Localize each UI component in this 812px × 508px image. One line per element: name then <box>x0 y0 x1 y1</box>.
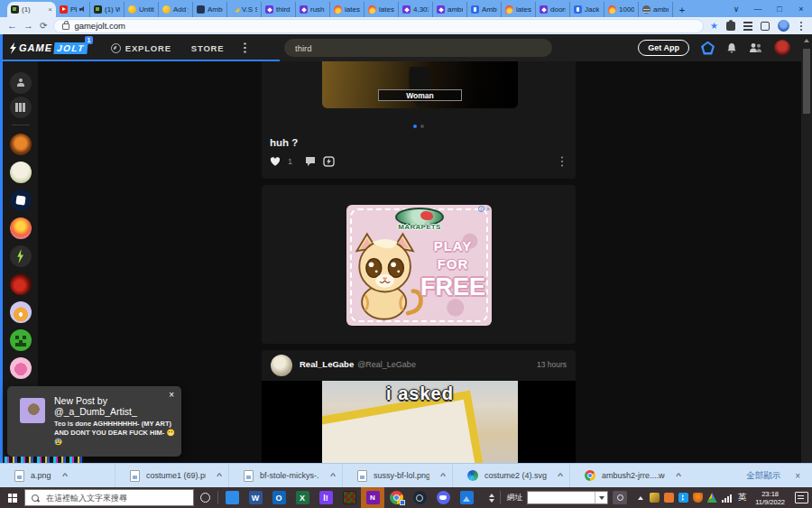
sidebar-following-button[interactable] <box>10 72 32 94</box>
browser-tab[interactable]: doors <box>536 2 570 17</box>
tray-security-icon[interactable] <box>650 493 660 503</box>
reading-list-icon[interactable] <box>743 22 752 31</box>
download-item[interactable]: a.png^ <box>0 464 115 487</box>
bell-icon[interactable] <box>726 42 737 54</box>
sidebar-library-button[interactable] <box>10 97 32 118</box>
download-item[interactable]: costume2 (4).svg^ <box>453 464 570 487</box>
image-caption-label[interactable]: Woman <box>378 89 462 101</box>
taskbar-app-outlook[interactable]: O <box>267 487 291 508</box>
nav-explore[interactable]: EXPLORE <box>111 43 171 53</box>
gamejolt-logo[interactable]: GAME JOLT 1 <box>9 42 88 54</box>
adchoices-info-icon[interactable]: i <box>478 206 484 212</box>
new-tab-button[interactable]: + <box>673 2 691 17</box>
post-menu-icon[interactable] <box>561 161 564 163</box>
taskbar-app-discord[interactable] <box>431 487 455 508</box>
sidebar-avatar-creeper[interactable] <box>10 329 32 351</box>
show-all-downloads-link[interactable]: 全部顯示 <box>746 470 780 482</box>
browser-tab[interactable]: Ambu <box>193 2 227 17</box>
taskbar-app-word[interactable]: W <box>244 487 267 508</box>
browser-tab[interactable]: latest <box>502 2 536 17</box>
friends-icon[interactable] <box>749 42 762 53</box>
sidebar-avatar-baldi[interactable] <box>10 162 32 183</box>
extensions-icon[interactable] <box>726 22 735 31</box>
carousel-dot-active[interactable] <box>413 125 417 128</box>
minimize-button[interactable]: — <box>747 0 769 17</box>
tray-drive-icon[interactable] <box>707 493 717 503</box>
download-item[interactable]: bf-stole-mickys-....png^ <box>229 464 343 487</box>
sidebar-avatar-lightning[interactable] <box>10 245 32 267</box>
sidebar-avatar-fire-character[interactable] <box>10 217 32 239</box>
url-text[interactable]: gamejolt.com <box>74 21 125 31</box>
site-search-input[interactable] <box>284 39 552 57</box>
gamejolt-charge-icon[interactable] <box>323 156 335 167</box>
download-caret-icon[interactable]: ^ <box>62 473 68 479</box>
download-item[interactable]: ambush2-jrre....webp^ <box>570 464 687 487</box>
tab-audio-icon[interactable] <box>79 6 86 13</box>
network-signal-icon[interactable] <box>722 494 732 503</box>
tab-close-icon[interactable]: × <box>48 5 52 14</box>
scrollbar-thumb[interactable] <box>803 49 810 114</box>
browser-tab[interactable]: Jack <box>570 2 604 17</box>
marapets-ad[interactable]: i × MARAPETS <box>346 205 492 326</box>
bluetooth-icon[interactable] <box>678 493 688 503</box>
download-caret-icon[interactable]: ^ <box>217 473 222 479</box>
taskbar-app-steam[interactable] <box>408 487 431 508</box>
post-media-image[interactable]: Woman <box>322 61 518 108</box>
download-caret-icon[interactable]: ^ <box>330 473 336 479</box>
browser-tab[interactable]: rush f <box>296 2 330 17</box>
sidebar-avatar-orange-cat[interactable] <box>10 301 32 323</box>
browser-tab[interactable]: (1) Wi <box>90 2 125 17</box>
quests-icon[interactable] <box>701 42 715 55</box>
taskbar-app-store[interactable] <box>220 487 244 508</box>
browser-tab[interactable]: Ambu <box>467 2 502 17</box>
browser-tab[interactable]: 4,303 <box>399 2 433 17</box>
notification-toast[interactable]: × New Post by @_a_Dumb_Artist_ Teo is do… <box>7 386 181 457</box>
download-caret-icon[interactable]: ^ <box>676 473 681 479</box>
taskbar-app-game[interactable] <box>337 487 361 508</box>
browser-menu-icon[interactable] <box>800 25 802 27</box>
download-item[interactable]: sussy-bf-lol.png^ <box>343 464 453 487</box>
nav-more-icon[interactable] <box>244 47 246 50</box>
address-combobox[interactable] <box>527 491 608 504</box>
maximize-button[interactable]: □ <box>769 0 790 17</box>
taskbar-app-purple[interactable]: l! <box>314 487 337 508</box>
like-heart-icon[interactable] <box>270 156 281 167</box>
browser-tab[interactable]: 1000 <box>604 2 639 17</box>
carousel-dot[interactable] <box>420 125 424 128</box>
sidebar-avatar-demon[interactable] <box>10 273 32 295</box>
browser-tab[interactable]: latest <box>364 2 399 17</box>
download-caret-icon[interactable]: ^ <box>558 473 563 479</box>
browser-tab[interactable]: Untitl <box>125 2 159 17</box>
browser-tab[interactable]: PE <box>56 2 90 17</box>
taskbar-app-active[interactable]: N <box>361 487 384 508</box>
taskbar-app-excel[interactable]: X <box>291 487 314 508</box>
sidebar-avatar-roblox[interactable] <box>10 189 32 211</box>
user-avatar[interactable] <box>774 40 790 56</box>
sidebar-avatar-orange-character[interactable] <box>10 134 32 155</box>
close-window-button[interactable]: × <box>790 0 812 17</box>
adchoices-close-icon[interactable]: × <box>486 206 490 212</box>
browser-tab[interactable]: ambu <box>639 2 673 17</box>
download-caret-icon[interactable]: ^ <box>440 473 446 479</box>
browser-tab[interactable]: ambu <box>433 2 467 17</box>
back-icon[interactable]: ← <box>7 21 17 31</box>
extension-window-icon[interactable] <box>761 22 770 31</box>
download-item[interactable]: costume1 (69).png^ <box>115 464 229 487</box>
taskbar-search-input[interactable] <box>44 493 187 503</box>
tab-search-icon[interactable]: ∨ <box>725 0 747 17</box>
taskbar-search-box[interactable] <box>24 489 194 506</box>
browser-profile-avatar[interactable] <box>778 20 789 32</box>
get-app-button[interactable]: Get App <box>638 40 689 56</box>
scroll-up-arrow[interactable] <box>804 39 809 42</box>
combo-dropdown-icon[interactable] <box>595 492 607 503</box>
bookmark-star-icon[interactable]: ★ <box>710 21 718 31</box>
hidden-icons-arrow[interactable] <box>638 496 643 500</box>
address-go-button[interactable] <box>613 491 627 504</box>
scroll-down-icon[interactable] <box>489 499 494 503</box>
post-author-avatar[interactable] <box>271 355 292 376</box>
browser-tab[interactable]: Add y <box>159 2 193 17</box>
taskbar-clock[interactable]: 23:18 11/9/2022 <box>755 490 785 506</box>
post-author-name[interactable]: Real_LeGabe@Real_LeGabe <box>300 359 416 369</box>
action-center-icon[interactable] <box>795 492 808 503</box>
forward-icon[interactable]: → <box>23 21 33 31</box>
